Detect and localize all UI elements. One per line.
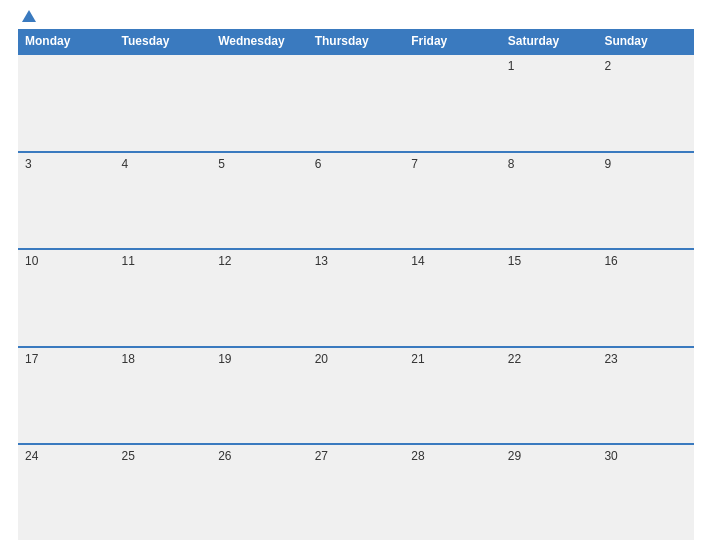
calendar-day-cell: 16 [597, 249, 694, 347]
calendar-day-cell: 4 [115, 152, 212, 250]
calendar-day-cell [211, 54, 308, 152]
day-number: 29 [508, 449, 521, 463]
logo-blue-text [20, 10, 36, 23]
day-number: 8 [508, 157, 515, 171]
calendar-day-cell [404, 54, 501, 152]
calendar-day-cell: 23 [597, 347, 694, 445]
day-number: 20 [315, 352, 328, 366]
calendar-day-cell: 5 [211, 152, 308, 250]
calendar-day-cell: 20 [308, 347, 405, 445]
calendar-day-cell: 6 [308, 152, 405, 250]
calendar-day-cell: 12 [211, 249, 308, 347]
day-number: 2 [604, 59, 611, 73]
day-number: 23 [604, 352, 617, 366]
calendar-day-cell: 22 [501, 347, 598, 445]
day-number: 19 [218, 352, 231, 366]
calendar-day-cell: 29 [501, 444, 598, 540]
day-number: 16 [604, 254, 617, 268]
logo-triangle-icon [22, 10, 36, 22]
day-number: 14 [411, 254, 424, 268]
day-number: 21 [411, 352, 424, 366]
calendar-day-cell: 17 [18, 347, 115, 445]
day-number: 11 [122, 254, 135, 268]
calendar-day-cell: 7 [404, 152, 501, 250]
day-number: 22 [508, 352, 521, 366]
calendar-day-cell: 9 [597, 152, 694, 250]
weekday-header-thursday: Thursday [308, 29, 405, 54]
day-number: 10 [25, 254, 38, 268]
calendar-day-cell: 28 [404, 444, 501, 540]
calendar-day-cell: 26 [211, 444, 308, 540]
calendar-day-cell: 8 [501, 152, 598, 250]
weekday-header-saturday: Saturday [501, 29, 598, 54]
calendar-day-cell: 2 [597, 54, 694, 152]
calendar-day-cell [308, 54, 405, 152]
calendar-day-cell: 15 [501, 249, 598, 347]
calendar-table: MondayTuesdayWednesdayThursdayFridaySatu… [18, 29, 694, 540]
calendar-day-cell: 27 [308, 444, 405, 540]
day-number: 26 [218, 449, 231, 463]
day-number: 28 [411, 449, 424, 463]
weekday-header-wednesday: Wednesday [211, 29, 308, 54]
calendar-day-cell [18, 54, 115, 152]
calendar-day-cell: 19 [211, 347, 308, 445]
calendar-day-cell: 30 [597, 444, 694, 540]
calendar-day-cell: 13 [308, 249, 405, 347]
calendar-week-row: 10111213141516 [18, 249, 694, 347]
calendar-header [18, 10, 694, 23]
day-number: 18 [122, 352, 135, 366]
weekday-header-tuesday: Tuesday [115, 29, 212, 54]
day-number: 17 [25, 352, 38, 366]
day-number: 4 [122, 157, 129, 171]
day-number: 6 [315, 157, 322, 171]
weekday-header-friday: Friday [404, 29, 501, 54]
day-number: 15 [508, 254, 521, 268]
calendar-day-cell: 11 [115, 249, 212, 347]
day-number: 24 [25, 449, 38, 463]
calendar-day-cell [115, 54, 212, 152]
logo [20, 10, 36, 23]
day-number: 7 [411, 157, 418, 171]
calendar-day-cell: 24 [18, 444, 115, 540]
weekday-header-row: MondayTuesdayWednesdayThursdayFridaySatu… [18, 29, 694, 54]
calendar-week-row: 3456789 [18, 152, 694, 250]
calendar-day-cell: 14 [404, 249, 501, 347]
day-number: 3 [25, 157, 32, 171]
calendar-day-cell: 3 [18, 152, 115, 250]
weekday-header-sunday: Sunday [597, 29, 694, 54]
day-number: 13 [315, 254, 328, 268]
weekday-header-monday: Monday [18, 29, 115, 54]
calendar-day-cell: 10 [18, 249, 115, 347]
calendar-week-row: 24252627282930 [18, 444, 694, 540]
calendar-day-cell: 18 [115, 347, 212, 445]
calendar-page: MondayTuesdayWednesdayThursdayFridaySatu… [0, 0, 712, 550]
calendar-day-cell: 21 [404, 347, 501, 445]
day-number: 12 [218, 254, 231, 268]
day-number: 25 [122, 449, 135, 463]
day-number: 9 [604, 157, 611, 171]
calendar-week-row: 12 [18, 54, 694, 152]
calendar-day-cell: 1 [501, 54, 598, 152]
day-number: 1 [508, 59, 515, 73]
day-number: 30 [604, 449, 617, 463]
day-number: 5 [218, 157, 225, 171]
day-number: 27 [315, 449, 328, 463]
calendar-week-row: 17181920212223 [18, 347, 694, 445]
calendar-day-cell: 25 [115, 444, 212, 540]
